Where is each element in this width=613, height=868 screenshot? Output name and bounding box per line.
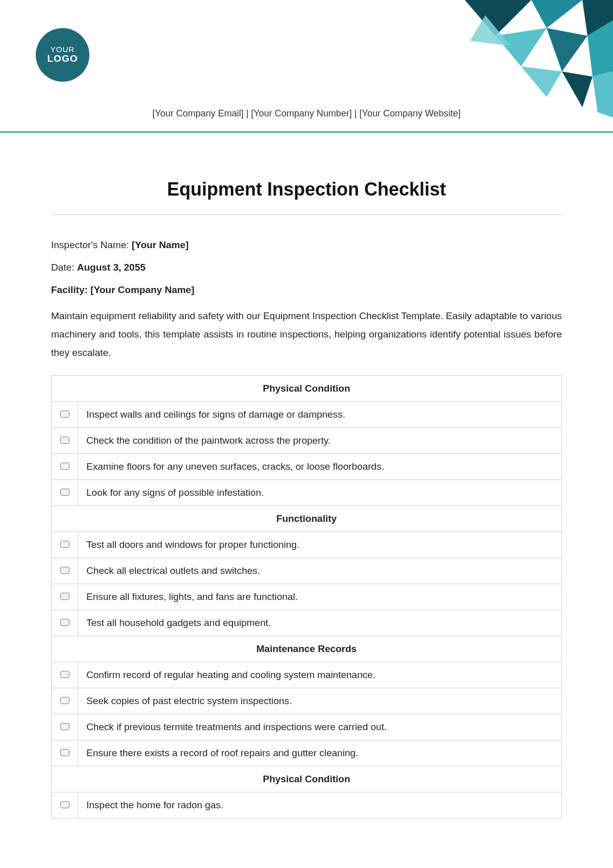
checkbox-icon[interactable] — [60, 463, 69, 470]
geometric-decoration-icon — [429, 0, 613, 117]
checkbox-cell — [52, 662, 78, 688]
checklist-row: Look for any signs of possible infestati… — [52, 480, 562, 506]
checkbox-cell — [52, 714, 78, 740]
inspector-label: Inspector's Name: — [51, 239, 132, 250]
checklist-item-text: Examine floors for any uneven surfaces, … — [78, 454, 562, 480]
page-title: Equipment Inspection Checklist — [51, 179, 562, 200]
checkbox-icon[interactable] — [60, 567, 69, 574]
checklist-row: Confirm record of regular heating and co… — [52, 662, 562, 688]
checklist-item-text: Test all household gadgets and equipment… — [78, 610, 562, 636]
checkbox-cell — [52, 428, 78, 454]
facility-value: [Your Company Name] — [90, 284, 194, 295]
document-body: Equipment Inspection Checklist Inspector… — [0, 133, 613, 818]
inspector-line: Inspector's Name: [Your Name] — [51, 239, 562, 251]
checkbox-cell — [52, 688, 78, 714]
checkbox-cell — [52, 610, 78, 636]
checkbox-cell — [52, 792, 78, 818]
inspector-value: [Your Name] — [132, 239, 189, 250]
checklist-table: Physical ConditionInspect walls and ceil… — [51, 375, 562, 818]
checklist-row: Test all doors and windows for proper fu… — [52, 532, 562, 558]
checkbox-icon[interactable] — [60, 593, 69, 600]
checklist-row: Ensure there exists a record of roof rep… — [52, 740, 562, 766]
checklist-row: Seek copies of past electric system insp… — [52, 688, 562, 714]
checklist-item-text: Ensure all fixtures, lights, and fans ar… — [78, 584, 562, 610]
svg-marker-2 — [582, 0, 613, 36]
checkbox-icon[interactable] — [60, 437, 69, 444]
logo-line-1: YOUR — [51, 45, 75, 54]
document-header: YOUR LOGO [Your Company Email] | [Your C… — [0, 0, 613, 133]
checklist-item-text: Test all doors and windows for proper fu… — [78, 532, 562, 558]
checklist-item-text: Inspect walls and ceilings for signs of … — [78, 402, 562, 428]
facility-line: Facility: [Your Company Name] — [51, 284, 562, 296]
checkbox-icon[interactable] — [60, 411, 69, 418]
checklist-row: Check if previous termite treatments and… — [52, 714, 562, 740]
checklist-row: Check all electrical outlets and switche… — [52, 558, 562, 584]
checkbox-icon[interactable] — [60, 697, 69, 704]
checklist-row: Examine floors for any uneven surfaces, … — [52, 454, 562, 480]
checkbox-cell — [52, 584, 78, 610]
facility-sep: : — [84, 284, 90, 295]
checklist-row: Check the condition of the paintwork acr… — [52, 428, 562, 454]
date-label: Date: — [51, 262, 77, 273]
title-divider — [51, 214, 562, 215]
checklist-item-text: Check all electrical outlets and switche… — [78, 558, 562, 584]
checkbox-cell — [52, 532, 78, 558]
section-heading: Physical Condition — [52, 376, 562, 402]
logo-placeholder: YOUR LOGO — [36, 28, 89, 82]
checkbox-cell — [52, 480, 78, 506]
checklist-item-text: Ensure there exists a record of roof rep… — [78, 740, 562, 766]
checkbox-icon[interactable] — [60, 749, 69, 756]
checkbox-icon[interactable] — [60, 619, 69, 626]
checklist-item-text: Check the condition of the paintwork acr… — [78, 428, 562, 454]
section-heading: Functionality — [52, 506, 562, 532]
description-text: Maintain equipment reliability and safet… — [51, 307, 562, 362]
checklist-row: Inspect walls and ceilings for signs of … — [52, 402, 562, 428]
checkbox-icon[interactable] — [60, 723, 69, 730]
logo-line-2: LOGO — [48, 54, 78, 64]
date-line: Date: August 3, 2055 — [51, 262, 562, 273]
checklist-row: Inspect the home for radon gas. — [52, 792, 562, 818]
checklist-item-text: Inspect the home for radon gas. — [78, 792, 562, 818]
checklist-item-text: Seek copies of past electric system insp… — [78, 688, 562, 714]
section-heading: Maintenance Records — [52, 636, 562, 662]
date-value: August 3, 2055 — [77, 262, 146, 273]
checklist-item-text: Look for any signs of possible infestati… — [78, 480, 562, 506]
checklist-row: Ensure all fixtures, lights, and fans ar… — [52, 584, 562, 610]
checkbox-icon[interactable] — [60, 541, 69, 548]
checkbox-cell — [52, 402, 78, 428]
checklist-row: Test all household gadgets and equipment… — [52, 610, 562, 636]
checkbox-cell — [52, 454, 78, 480]
checklist-item-text: Confirm record of regular heating and co… — [78, 662, 562, 688]
checkbox-icon[interactable] — [60, 671, 69, 678]
facility-label: Facility — [51, 284, 84, 295]
checkbox-icon[interactable] — [60, 489, 69, 496]
svg-marker-3 — [496, 28, 547, 66]
checklist-item-text: Check if previous termite treatments and… — [78, 714, 562, 740]
checkbox-cell — [52, 558, 78, 584]
section-heading: Physical Condition — [52, 766, 562, 792]
svg-marker-7 — [562, 71, 593, 107]
checkbox-cell — [52, 740, 78, 766]
svg-marker-1 — [531, 0, 582, 28]
checkbox-icon[interactable] — [60, 801, 69, 808]
svg-marker-5 — [587, 20, 613, 77]
svg-marker-4 — [547, 28, 587, 71]
company-contact-line: [Your Company Email] | [Your Company Num… — [0, 108, 613, 119]
svg-marker-0 — [465, 0, 531, 36]
svg-marker-9 — [470, 15, 511, 46]
svg-marker-6 — [521, 66, 562, 97]
